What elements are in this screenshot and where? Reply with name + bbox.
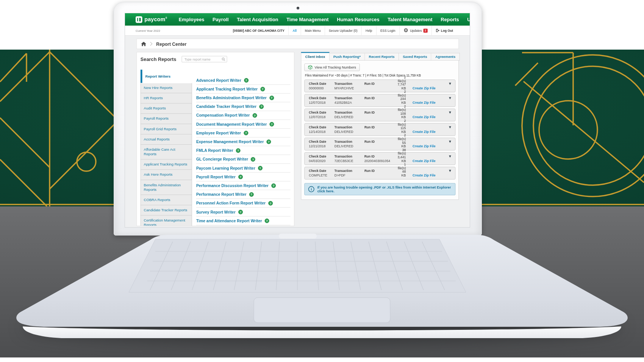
sidebar-item-candidate-tracker-reports[interactable]: Candidate Tracker Reports — [141, 205, 192, 215]
sidebar-item-affordable-care-act-reports[interactable]: Affordable Care Act Reports — [141, 144, 192, 159]
sidebar-item-ask-here-reports[interactable]: Ask Here Reports — [141, 170, 192, 180]
nav-item-talent-acquisition[interactable]: Talent Acquisition — [237, 17, 278, 22]
sidebar-item-audit-reports[interactable]: Audit Reports — [141, 103, 192, 114]
report-writer-link[interactable]: Survey Report Writer — [196, 210, 236, 214]
report-writer-link[interactable]: Personnel Action Form Report Writer — [196, 201, 266, 205]
create-zip-file-link[interactable]: Create Zip File — [413, 159, 443, 163]
help-question-icon[interactable]: ? — [244, 131, 248, 135]
report-writer-link[interactable]: Benefits Administration Report Writer — [196, 95, 267, 100]
create-zip-file-link[interactable]: Create Zip File — [413, 115, 443, 119]
report-writer-link[interactable]: Payroll Report Writer — [196, 175, 236, 179]
ess-login-link[interactable]: ESS Login — [376, 26, 399, 36]
report-writer-link[interactable]: Document Management Report Writer — [196, 122, 267, 126]
file-row: Check Date00000000 TransactionMYARCHIVE … — [304, 80, 455, 92]
search-input[interactable] — [182, 56, 227, 62]
main-menu-link[interactable]: Main Menu — [301, 26, 325, 36]
sidebar-item-report-writers[interactable]: Report Writers — [141, 70, 192, 83]
create-zip-file-link[interactable]: Create Zip File — [413, 101, 443, 105]
help-question-icon[interactable]: ? — [249, 192, 254, 197]
col-run-id: Run ID — [364, 82, 398, 86]
nav-item-time-management[interactable]: Time Management — [286, 17, 328, 22]
tab-agreements[interactable]: Agreements — [431, 53, 460, 61]
updates-link[interactable]: ⚙ Updates 2 — [399, 26, 431, 36]
tab-recent-reports[interactable]: Recent Reports — [365, 53, 399, 61]
col-run-id: Run ID — [364, 96, 398, 100]
transaction-value: DELIVERED — [335, 130, 364, 134]
help-question-icon[interactable]: ? — [244, 78, 249, 83]
report-writer-link[interactable]: Paycom Learning Report Writer — [196, 166, 255, 170]
nav-item-human-resources[interactable]: Human Resources — [337, 17, 379, 22]
create-zip-file-link[interactable]: Create Zip File — [413, 173, 443, 177]
nav-item-employees[interactable]: Employees — [179, 17, 205, 22]
chevron-down-icon[interactable]: ▼ — [448, 82, 452, 86]
chevron-down-icon[interactable]: ▼ — [448, 154, 452, 158]
help-question-icon[interactable]: ? — [238, 175, 243, 179]
report-writer-link[interactable]: Advanced Report Writer — [196, 78, 241, 83]
help-question-icon[interactable]: ? — [271, 183, 276, 188]
help-question-icon[interactable]: ? — [266, 139, 271, 144]
help-question-icon[interactable]: ? — [251, 157, 255, 161]
file-size: 2 file(s) 108 KB — [398, 105, 406, 119]
col-run-id: Run ID — [364, 169, 398, 173]
log-out-link[interactable]: Log Out — [431, 26, 457, 36]
sidebar-item-certification-management-reports[interactable]: Certification Management Reports — [141, 215, 192, 226]
sidebar-item-payroll-grid-reports[interactable]: Payroll Grid Reports — [141, 124, 192, 134]
help-question-icon[interactable]: ? — [259, 104, 264, 109]
chevron-down-icon[interactable]: ▼ — [448, 125, 452, 129]
report-writer-link[interactable]: Candidate Tracker Report Writer — [196, 104, 256, 109]
help-question-icon[interactable]: ? — [252, 113, 257, 117]
transaction-value: 72ECB53CE — [335, 159, 364, 163]
report-writer-link[interactable]: Time and Attendance Report Writer — [196, 218, 262, 223]
tab-client-inbox[interactable]: Client Inbox — [301, 52, 330, 60]
report-writer-link[interactable]: Expense Management Report Writer — [196, 139, 264, 144]
nav-item-talent-management[interactable]: Talent Management — [388, 17, 432, 22]
sidebar-item-hr-reports[interactable]: HR Reports — [141, 93, 192, 103]
help-question-icon[interactable]: ? — [260, 87, 265, 91]
report-writer-link[interactable]: Employee Report Writer — [196, 131, 241, 135]
sidebar-item-accrual-reports[interactable]: Accrual Reports — [141, 134, 192, 145]
report-writer-row: Time and Attendance Report Writer? — [196, 217, 291, 225]
help-question-icon[interactable]: ? — [265, 218, 269, 223]
report-writer-link[interactable]: FMLA Report Writer — [196, 148, 233, 153]
sidebar-item-new-hire-reports[interactable]: New Hire Reports — [141, 83, 192, 93]
banner-click-here-link[interactable]: click here. — [317, 189, 335, 193]
chevron-down-icon[interactable]: ▼ — [448, 140, 452, 144]
report-writer-row: Advanced Report Writer? — [196, 76, 291, 85]
help-question-icon[interactable]: ? — [258, 166, 263, 170]
help-question-icon[interactable]: ? — [236, 148, 241, 153]
paycom-logo[interactable]: paycom® — [136, 16, 167, 23]
help-question-icon[interactable]: ? — [238, 210, 243, 214]
report-writer-link[interactable]: GL Concierge Report Writer — [196, 157, 248, 161]
report-writer-link[interactable]: Performance Report Writer — [196, 192, 247, 197]
chevron-down-icon[interactable]: ▼ — [448, 111, 452, 114]
nav-item-reports[interactable]: Reports — [441, 17, 459, 22]
create-zip-file-link[interactable]: Create Zip File — [413, 86, 443, 90]
all-link[interactable]: All — [288, 26, 300, 36]
create-zip-file-link[interactable]: Create Zip File — [413, 144, 443, 148]
tab-push-reporting[interactable]: Push Reporting* — [330, 53, 365, 61]
tab-saved-reports[interactable]: Saved Reports — [399, 53, 431, 61]
report-writer-link[interactable]: Compensation Report Writer — [196, 113, 250, 117]
view-all-tracking-numbers-button[interactable]: View All Tracking Numbers — [304, 64, 360, 71]
nav-item-user-options[interactable]: User Options — [467, 17, 470, 22]
sidebar-item-applicant-tracking-reports[interactable]: Applicant Tracking Reports — [141, 159, 192, 170]
sidebar-item-cobra-reports[interactable]: COBRA Reports — [141, 195, 192, 205]
run-id-value: 20200403091054 — [364, 159, 398, 163]
help-question-icon[interactable]: ? — [269, 95, 274, 100]
create-zip-file-link[interactable]: Create Zip File — [413, 130, 443, 134]
help-question-icon[interactable]: ? — [269, 122, 274, 126]
chevron-down-icon[interactable]: ▼ — [448, 169, 452, 173]
transaction-value: DELIVERED — [335, 115, 364, 119]
report-writer-row: Survey Report Writer? — [196, 208, 291, 216]
report-writer-link[interactable]: Performance Discussion Report Writer — [196, 183, 269, 188]
report-writer-link[interactable]: Applicant Tracking Report Writer — [196, 87, 258, 91]
sidebar-item-payroll-reports[interactable]: Payroll Reports — [141, 114, 192, 124]
secure-uploader-link[interactable]: Secure Uploader (0) — [325, 26, 361, 36]
help-question-icon[interactable]: ? — [268, 201, 273, 205]
help-link[interactable]: Help — [361, 26, 376, 36]
nav-item-payroll[interactable]: Payroll — [213, 17, 229, 22]
home-icon[interactable] — [141, 42, 146, 46]
chevron-down-icon[interactable]: ▼ — [448, 96, 452, 100]
sidebar-item-benefits-administration-reports[interactable]: Benefits Administration Reports — [141, 180, 192, 195]
file-size: 2 file(s) 115 KB — [398, 119, 406, 134]
